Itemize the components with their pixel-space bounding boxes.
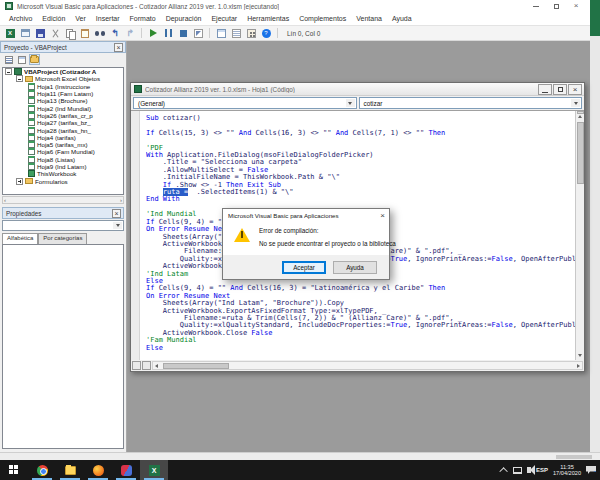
- tree-item[interactable]: VBAProject (Cotizador A: [3, 68, 123, 75]
- tree-item[interactable]: Hoja26 (tarifas_cr_p: [3, 112, 123, 119]
- taskbar-file-explorer[interactable]: [56, 460, 84, 480]
- expand-icon[interactable]: [16, 178, 23, 185]
- tree-item[interactable]: Hoja28 (tarifas_hn_: [3, 126, 123, 133]
- view-excel-button[interactable]: X: [4, 27, 16, 39]
- tray-expand-icon[interactable]: [499, 467, 507, 475]
- menu-ventana[interactable]: Ventana: [351, 15, 387, 22]
- menu-archivo[interactable]: Archivo: [4, 15, 37, 22]
- taskbar-app[interactable]: [112, 460, 140, 480]
- menu-ayuda[interactable]: Ayuda: [387, 15, 417, 22]
- scroll-down-icon[interactable]: [578, 354, 582, 357]
- horizontal-scrollbar[interactable]: [152, 361, 583, 370]
- scroll-left-icon[interactable]: [155, 364, 158, 368]
- tree-item[interactable]: Hoja27 (tarifas_bz_: [3, 119, 123, 126]
- accept-button[interactable]: Aceptar: [282, 261, 326, 274]
- collapse-icon[interactable]: [5, 68, 12, 75]
- tree-item[interactable]: Formularios: [3, 177, 123, 184]
- menu-insertar[interactable]: Insertar: [91, 15, 125, 22]
- toolbox-button[interactable]: [245, 27, 257, 39]
- toggle-folders-button[interactable]: [29, 54, 40, 65]
- network-icon[interactable]: [513, 467, 522, 474]
- help-button[interactable]: ?: [260, 27, 272, 39]
- procedure-dropdown[interactable]: cotizar: [359, 97, 583, 109]
- cursor-position-label: Lín 0, Col 0: [287, 30, 320, 37]
- view-object-button[interactable]: [16, 54, 27, 65]
- close-button[interactable]: ×: [566, 0, 586, 12]
- vertical-scrollbar[interactable]: [575, 111, 584, 360]
- redo-button[interactable]: ↱: [124, 27, 136, 39]
- copy-button[interactable]: [64, 27, 76, 39]
- tree-item[interactable]: Hoja8 (Listas): [3, 156, 123, 163]
- run-button[interactable]: [147, 27, 159, 39]
- properties-object-dropdown[interactable]: [2, 220, 124, 231]
- project-panel-close-button[interactable]: ×: [114, 43, 123, 52]
- properties-window-button[interactable]: [230, 27, 242, 39]
- undo-button[interactable]: ↰: [109, 27, 121, 39]
- menu-ver[interactable]: Ver: [70, 15, 91, 22]
- keyword: And: [230, 284, 243, 292]
- menu-ejecutar[interactable]: Ejecutar: [206, 15, 242, 22]
- minimize-button[interactable]: [526, 0, 546, 12]
- close-icon: ×: [574, 2, 579, 10]
- insert-userform-button[interactable]: [19, 27, 31, 39]
- folder-icon: [30, 56, 39, 63]
- project-explorer-button[interactable]: [215, 27, 227, 39]
- design-mode-button[interactable]: [192, 27, 204, 39]
- excel-statusbar-strip: [0, 452, 600, 460]
- menu-complementos[interactable]: Complementos: [294, 15, 351, 22]
- reset-button[interactable]: [177, 27, 189, 39]
- paste-button[interactable]: [79, 27, 91, 39]
- break-button[interactable]: [162, 27, 174, 39]
- maximize-button[interactable]: [546, 0, 566, 12]
- tree-item[interactable]: Hoja13 (Brochure): [3, 97, 123, 104]
- taskbar-chrome[interactable]: [28, 460, 56, 480]
- dialog-close-button[interactable]: ×: [380, 212, 385, 220]
- full-module-view-button[interactable]: [142, 361, 151, 370]
- vertical-scroll-thumb[interactable]: [577, 122, 584, 184]
- horizontal-scroll-thumb[interactable]: [163, 363, 229, 369]
- menu-depuración[interactable]: Depuración: [161, 15, 207, 22]
- view-code-button[interactable]: [3, 54, 14, 65]
- tree-item[interactable]: Hoja5 (tarifas_mx): [3, 141, 123, 148]
- tree-item[interactable]: Microsoft Excel Objetos: [3, 75, 123, 82]
- language-indicator[interactable]: ESP: [536, 467, 548, 473]
- notification-center-icon[interactable]: [586, 466, 596, 474]
- tab-alphabetic[interactable]: Alfabética: [2, 233, 38, 244]
- find-button[interactable]: [94, 27, 106, 39]
- tab-categorized[interactable]: Por categorías: [38, 233, 87, 244]
- clock[interactable]: 11:35 17/04/2020: [553, 464, 581, 477]
- tree-item[interactable]: Hoja4 (tarifas): [3, 134, 123, 141]
- code-window-minimize-button[interactable]: [538, 84, 552, 95]
- code-line: Sub cotizar(): [146, 115, 575, 122]
- tree-item[interactable]: Hoja11 (Fam Latam): [3, 90, 123, 97]
- properties-panel-title: Propiedades: [6, 210, 41, 217]
- project-tree-scrollbar[interactable]: ‹›: [2, 196, 124, 204]
- split-handle[interactable]: [577, 111, 584, 114]
- tree-item[interactable]: Hoja2 (Ind Mundial): [3, 104, 123, 111]
- cut-button[interactable]: [49, 27, 61, 39]
- object-dropdown[interactable]: (General): [133, 97, 357, 109]
- properties-panel-close-button[interactable]: ×: [112, 209, 121, 218]
- tree-item[interactable]: Hoja6 (Fam Mundial): [3, 148, 123, 155]
- tree-item[interactable]: ThisWorkbook: [3, 170, 123, 177]
- tree-item[interactable]: Hoja1 (Instruccione: [3, 83, 123, 90]
- procedure-view-button[interactable]: [132, 361, 141, 370]
- help-button[interactable]: Ayuda: [333, 261, 377, 274]
- code-window-restore-button[interactable]: [553, 84, 567, 95]
- code-window-titlebar[interactable]: Cotizador Allianz 2019 ver. 1.0.xlsm - H…: [131, 83, 584, 96]
- start-button[interactable]: [0, 460, 28, 480]
- scroll-right-icon[interactable]: [577, 364, 580, 368]
- collapse-icon[interactable]: [16, 75, 23, 82]
- menu-formato[interactable]: Formato: [125, 15, 161, 22]
- scroll-up-icon[interactable]: [578, 115, 582, 118]
- taskbar-excel[interactable]: X: [140, 460, 168, 480]
- volume-icon[interactable]: [527, 467, 531, 473]
- taskbar-browser-app[interactable]: [84, 460, 112, 480]
- tree-item[interactable]: Hoja9 (Ind Latam): [3, 163, 123, 170]
- sheet-icon: [28, 141, 35, 148]
- code-window-close-button[interactable]: ×: [568, 84, 582, 95]
- save-button[interactable]: [34, 27, 46, 39]
- project-icon: [14, 68, 22, 75]
- menu-edición[interactable]: Edición: [37, 15, 70, 22]
- menu-herramientas[interactable]: Herramientas: [242, 15, 294, 22]
